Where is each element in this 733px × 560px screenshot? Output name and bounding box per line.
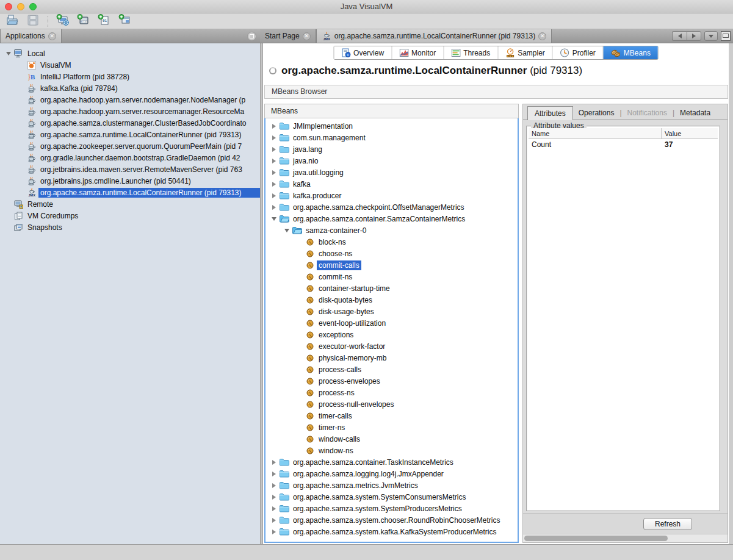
mbean-item-process-calls[interactable]: process-calls (265, 364, 518, 375)
subtab-overview[interactable]: iOverview (334, 46, 392, 59)
column-header-name[interactable]: Name (529, 128, 662, 138)
minimize-window-button[interactable] (17, 3, 24, 10)
mbean-item-commit-ns[interactable]: commit-ns (265, 271, 518, 282)
mbean-item-jmimplementation[interactable]: JMImplementation (265, 120, 518, 132)
column-header-value[interactable]: Value (662, 130, 718, 137)
maximize-view-button[interactable] (721, 31, 731, 41)
expand-arrow-icon[interactable] (272, 124, 276, 129)
expand-arrow-icon[interactable] (272, 518, 276, 523)
expand-arrow-icon[interactable] (272, 495, 276, 500)
mbean-item-commit-calls[interactable]: commit-calls (265, 259, 518, 271)
application-item-remote[interactable]: Remote (0, 198, 260, 210)
mbean-item-org-apache-samza-container-taskinstancem[interactable]: org.apache.samza.container.TaskInstanceM… (265, 456, 518, 468)
expand-arrow-icon[interactable] (272, 529, 276, 534)
expand-arrow-icon[interactable] (272, 170, 276, 175)
expand-arrow-icon[interactable] (272, 193, 276, 198)
application-item-org-apache-hadoop-yarn-server-nodemanage[interactable]: org.apache.hadoop.yarn.server.nodemanage… (0, 94, 260, 106)
mbean-item-event-loop-utilization[interactable]: event-loop-utilization (265, 317, 518, 329)
mbean-item-container-startup-time[interactable]: container-startup-time (265, 282, 518, 294)
application-item-org-gradle-launcher-daemon-bootstrap-gra[interactable]: org.gradle.launcher.daemon.bootstrap.Gra… (0, 152, 260, 163)
mbean-item-process-envelopes[interactable]: process-envelopes (265, 375, 518, 387)
application-item-kafka-kafka-pid-78784-[interactable]: kafka.Kafka (pid 78784) (0, 82, 260, 94)
expand-arrow-icon[interactable] (272, 182, 276, 187)
horizontal-scrollbar[interactable] (523, 534, 728, 542)
subtab-threads[interactable]: Threads (444, 46, 498, 59)
add-jmx-connection-button[interactable]: JMX (76, 15, 91, 28)
application-item-org-apache-samza-runtime-localcontainerr[interactable]: org.apache.samza.runtime.LocalContainerR… (0, 129, 260, 140)
mbean-item-disk-usage-bytes[interactable]: disk-usage-bytes (265, 306, 518, 317)
mbean-item-physical-memory-mb[interactable]: physical-memory-mb (265, 352, 518, 364)
application-item-vm-coredumps[interactable]: VM Coredumps (0, 210, 260, 221)
expand-arrow-icon[interactable] (272, 135, 276, 140)
expand-arrow-icon[interactable] (272, 472, 276, 476)
expand-arrow-icon[interactable] (6, 52, 11, 56)
add-vm-coredump-button[interactable]: 01 (97, 15, 112, 28)
mbean-item-block-ns[interactable]: block-ns (265, 236, 518, 248)
mbean-item-org-apache-samza-checkpoint-offsetmanage[interactable]: org.apache.samza.checkpoint.OffsetManage… (265, 201, 518, 213)
table-row[interactable]: Count 37 (529, 139, 718, 150)
application-item-snapshots[interactable]: Snapshots (0, 221, 260, 233)
subtab-sampler[interactable]: Sampler (498, 46, 553, 59)
document-tab-local-container-runner[interactable]: JMXorg.apache.samza.runtime.LocalContain… (316, 29, 552, 43)
mbean-item-timer-ns[interactable]: timer-ns (265, 422, 518, 433)
next-tab-button[interactable] (687, 31, 701, 41)
mbean-item-org-apache-samza-system-systemconsumersm[interactable]: org.apache.samza.system.SystemConsumersM… (265, 491, 518, 503)
expand-arrow-icon[interactable] (272, 483, 276, 488)
application-item-visualvm[interactable]: VisualVM (0, 59, 260, 71)
expand-arrow-icon[interactable] (272, 506, 276, 511)
document-tab-start-page[interactable]: Start Page✕ (260, 29, 316, 43)
mbean-item-choose-ns[interactable]: choose-ns (265, 248, 518, 259)
attr-tab-attributes[interactable]: Attributes (527, 106, 573, 120)
close-icon[interactable]: ✕ (48, 32, 56, 40)
expand-arrow-icon[interactable] (284, 229, 289, 232)
application-item-intellij-platform-pid-38728-[interactable]: }BIntelliJ Platform (pid 38728) (0, 71, 260, 82)
mbean-item-com-sun-management[interactable]: com.sun.management (265, 132, 518, 143)
load-snapshot-button[interactable] (5, 15, 20, 28)
expand-arrow-icon[interactable] (272, 460, 276, 465)
mbean-item-process-ns[interactable]: process-ns (265, 387, 518, 398)
mbean-item-window-calls[interactable]: window-calls (265, 433, 518, 445)
attr-tab-notifications[interactable]: Notifications (622, 106, 673, 120)
mbean-item-org-apache-samza-system-systemproducersm[interactable]: org.apache.samza.system.SystemProducersM… (265, 503, 518, 514)
expand-arrow-icon[interactable] (272, 217, 276, 221)
scrollbar-thumb[interactable] (524, 536, 668, 541)
application-item-org-apache-zookeeper-server-quorum-quoru[interactable]: org.apache.zookeeper.server.quorum.Quoru… (0, 140, 260, 152)
refresh-button[interactable]: Refresh (643, 518, 692, 530)
expand-arrow-icon[interactable] (272, 147, 276, 152)
mbean-item-org-apache-samza-logging-log4j-jmxappend[interactable]: org.apache.samza.logging.log4j.JmxAppend… (265, 468, 518, 479)
add-snapshot-button[interactable] (118, 15, 132, 28)
mbean-item-timer-calls[interactable]: timer-calls (265, 410, 518, 422)
mbean-item-java-nio[interactable]: java.nio (265, 155, 518, 167)
subtab-profiler[interactable]: Profiler (553, 46, 604, 59)
application-item-org-apache-samza-clustermanager-clusterb[interactable]: org.apache.samza.clustermanager.ClusterB… (0, 117, 260, 129)
float-panel-icon[interactable] (247, 32, 256, 41)
mbean-item-window-ns[interactable]: window-ns (265, 445, 518, 456)
application-item-org-apache-samza-runtime-localcontainerr[interactable]: JMXorg.apache.samza.runtime.LocalContain… (0, 187, 260, 198)
zoom-window-button[interactable] (29, 3, 37, 10)
mbean-item-kafka[interactable]: kafka (265, 178, 518, 190)
add-remote-host-button[interactable] (56, 15, 70, 28)
application-item-local[interactable]: Local (0, 48, 260, 59)
mbean-item-exceptions[interactable]: exceptions (265, 329, 518, 340)
mbean-item-kafka-producer[interactable]: kafka.producer (265, 190, 518, 201)
close-icon[interactable]: ✕ (303, 32, 311, 40)
attr-tab-operations[interactable]: Operations (573, 106, 620, 120)
mbean-item-org-apache-samza-container-samzacontaine[interactable]: org.apache.samza.container.SamzaContaine… (265, 213, 518, 224)
expand-arrow-icon[interactable] (272, 205, 276, 210)
tab-applications[interactable]: Applications ✕ (0, 29, 62, 43)
application-item-org-jetbrains-jps-cmdline-launcher-pid-5[interactable]: org.jetbrains.jps.cmdline.Launcher (pid … (0, 175, 260, 187)
mbean-item-samza-container-0[interactable]: samza-container-0 (265, 224, 518, 236)
close-icon[interactable]: ✕ (538, 32, 546, 40)
application-item-org-apache-hadoop-yarn-server-resourcema[interactable]: org.apache.hadoop.yarn.server.resourcema… (0, 106, 260, 117)
subtab-mbeans[interactable]: MBeans (604, 46, 658, 59)
close-window-button[interactable] (5, 3, 12, 10)
mbean-item-org-apache-samza-metrics-jvmmetrics[interactable]: org.apache.samza.metrics.JvmMetrics (265, 479, 518, 491)
expand-arrow-icon[interactable] (272, 159, 276, 163)
prev-tab-button[interactable] (672, 31, 687, 41)
mbean-item-java-util-logging[interactable]: java.util.logging (265, 167, 518, 178)
mbean-item-java-lang[interactable]: java.lang (265, 143, 518, 155)
mbean-item-executor-work-factor[interactable]: executor-work-factor (265, 340, 518, 352)
mbean-item-org-apache-samza-system-kafka-kafkasyste[interactable]: org.apache.samza.system.kafka.KafkaSyste… (265, 526, 518, 537)
save-button[interactable] (26, 15, 40, 28)
subtab-monitor[interactable]: Monitor (392, 46, 444, 59)
